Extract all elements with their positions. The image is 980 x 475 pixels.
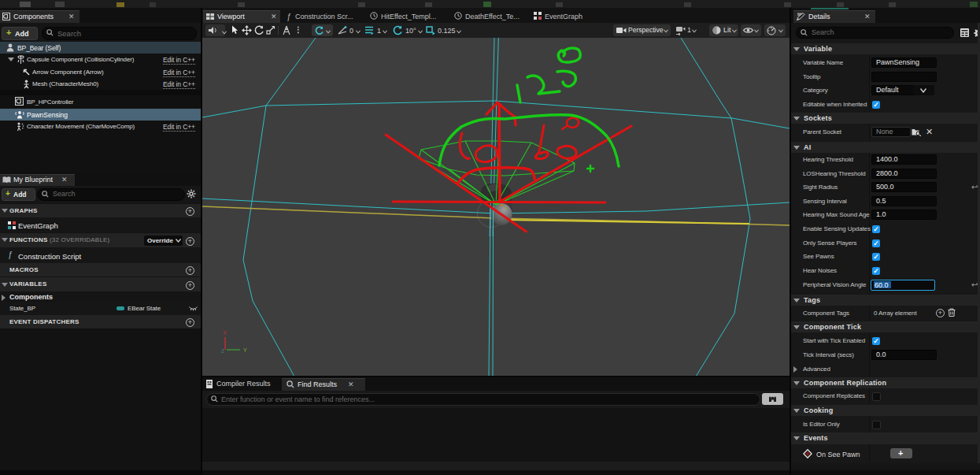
svg-text:Y: Y (243, 347, 247, 353)
svg-text:Z: Z (221, 348, 225, 354)
svg-text:X: X (223, 330, 227, 336)
